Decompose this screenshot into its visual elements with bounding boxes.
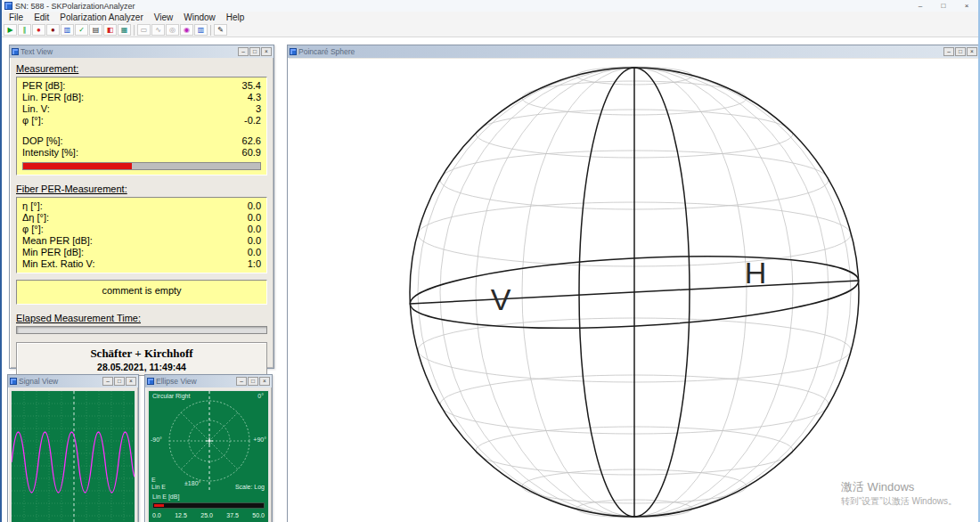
scale-tick: 50.0 bbox=[252, 512, 265, 518]
signal-plot bbox=[11, 390, 135, 522]
measurement-row: Lin. PER [dB]: 4.3 bbox=[22, 92, 261, 103]
measurement-label: Intensity [%]: bbox=[22, 147, 78, 159]
marker-button[interactable]: ◧ bbox=[103, 24, 117, 36]
intensity-bar bbox=[22, 162, 261, 170]
measurement-row: DOP [%]: 62.6 bbox=[22, 135, 261, 147]
measurement-label: PER [dB]: bbox=[22, 80, 65, 92]
app-icon bbox=[4, 2, 12, 10]
measurement-row: Lin. V: 3 bbox=[22, 103, 261, 115]
text-view-button[interactable]: ▭ bbox=[137, 24, 151, 36]
v-state-label: V bbox=[491, 282, 511, 316]
menu-file[interactable]: File bbox=[4, 12, 29, 23]
ellipse-view-close-button[interactable]: × bbox=[259, 377, 270, 386]
measurement-datetime: 28.05.2021, 11:49:44 bbox=[17, 362, 266, 372]
menu-view[interactable]: View bbox=[149, 12, 179, 23]
poincare-body: V H bbox=[289, 59, 978, 522]
fiber-label: η [°]: bbox=[22, 200, 43, 212]
menu-window[interactable]: Window bbox=[178, 12, 221, 23]
stop-button[interactable]: ● bbox=[46, 24, 60, 36]
angle-left-label: -90° bbox=[151, 436, 162, 443]
watermark-line1: 激活 Windows bbox=[841, 479, 957, 495]
mdi-area: Text View – □ × Measurement: PER [dB]: 3… bbox=[2, 37, 978, 522]
minimize-button[interactable]: – bbox=[909, 0, 932, 12]
signal-view-button[interactable]: ∿ bbox=[151, 24, 165, 36]
elapsed-time-bar bbox=[16, 326, 267, 334]
measurement-label: Lin. V: bbox=[22, 103, 50, 115]
poincare-window-icon bbox=[290, 48, 297, 55]
calibrate-button[interactable]: ✓ bbox=[75, 24, 88, 36]
poincare-minimize-button[interactable]: – bbox=[943, 47, 954, 56]
poincare-view-button[interactable]: ◉ bbox=[180, 24, 193, 36]
comment-box: comment is empty bbox=[16, 280, 267, 305]
poincare-close-button[interactable]: × bbox=[967, 47, 977, 56]
elapsed-time-label: Elapsed Measurement Time: bbox=[16, 313, 267, 323]
fiber-value: 0.0 bbox=[248, 224, 261, 235]
menu-bar: File Edit Polarization Analyzer View Win… bbox=[2, 12, 978, 23]
measurement-value: 3 bbox=[256, 103, 261, 115]
ellipse-view-titlebar[interactable]: Ellipse View – □ × bbox=[145, 375, 272, 387]
fiber-row: Δη [°]: 0.0 bbox=[22, 212, 261, 224]
signal-view-restore-button[interactable]: □ bbox=[114, 377, 125, 386]
lin-e-db-label: Lin E [dB] bbox=[152, 493, 179, 500]
angle-top-label: 0° bbox=[257, 393, 264, 399]
ellipse-plot: Circular Right 0° -90° +90° ±180° E Lin … bbox=[148, 390, 269, 522]
ellipse-view-button[interactable]: ◎ bbox=[166, 24, 179, 36]
e-axis-label: E bbox=[151, 477, 156, 483]
text-view-close-button[interactable]: × bbox=[261, 47, 272, 56]
ellipse-view-title: Ellipse View bbox=[156, 377, 234, 386]
fiber-row: Min PER [dB]: 0.0 bbox=[22, 247, 261, 258]
toolbar-separator bbox=[210, 25, 211, 36]
start-button[interactable]: ▶ bbox=[4, 24, 17, 36]
menu-edit[interactable]: Edit bbox=[29, 12, 54, 23]
grid-button[interactable]: ▦ bbox=[118, 24, 131, 36]
text-view-body: Measurement: PER [dB]: 35.4 Lin. PER [dB… bbox=[10, 58, 274, 376]
fiber-value: 1:0 bbox=[248, 258, 261, 270]
poincare-sphere-canvas[interactable]: V H bbox=[289, 59, 978, 522]
ellipse-view-minimize-button[interactable]: – bbox=[236, 377, 247, 386]
connect-button[interactable]: ✎ bbox=[214, 24, 227, 36]
ellipse-view-window-icon bbox=[147, 378, 154, 385]
fiber-row: φ [°]: 0.0 bbox=[22, 224, 261, 235]
signal-view-titlebar[interactable]: Signal View – □ × bbox=[8, 375, 138, 387]
poincare-restore-button[interactable]: □ bbox=[955, 47, 966, 56]
ellipse-polar-grid bbox=[149, 391, 269, 491]
signal-view-close-button[interactable]: × bbox=[126, 377, 136, 386]
main-titlebar[interactable]: SN: 588 - SKPolarizationAnalyzer – □ × bbox=[2, 0, 978, 12]
signal-view-window: Signal View – □ × bbox=[7, 374, 139, 522]
text-view-restore-button[interactable]: □ bbox=[249, 47, 260, 56]
text-view-window: Text View – □ × Measurement: PER [dB]: 3… bbox=[9, 45, 274, 369]
text-view-titlebar[interactable]: Text View – □ × bbox=[10, 45, 274, 58]
fiber-row: η [°]: 0.0 bbox=[22, 200, 261, 212]
text-view-title: Text View bbox=[20, 47, 236, 56]
poincare-title: Poincaré Sphere bbox=[298, 47, 942, 56]
poincare-titlebar[interactable]: Poincaré Sphere – □ × bbox=[288, 45, 978, 58]
toolbar: ▶ ∥ ● ● ▥ ✓ ▤ ◧ ▦ ▭ ∿ ◎ ◉ ▥ ✎ bbox=[2, 23, 978, 37]
fiber-row: Min Ext. Ratio V: 1:0 bbox=[22, 258, 261, 270]
scale-tick: 37.5 bbox=[226, 512, 239, 518]
menu-help[interactable]: Help bbox=[221, 12, 250, 23]
signal-view-window-icon bbox=[10, 378, 17, 385]
fiber-label: Min PER [dB]: bbox=[22, 247, 84, 258]
bar-view-button[interactable]: ▥ bbox=[194, 24, 208, 36]
fiber-value: 0.0 bbox=[248, 200, 261, 212]
maximize-button[interactable]: □ bbox=[932, 0, 955, 12]
measurement-row: PER [dB]: 35.4 bbox=[22, 80, 261, 92]
brand-box: Schäfter + Kirchhoff 28.05.2021, 11:49:4… bbox=[16, 342, 267, 376]
scope-button[interactable]: ▥ bbox=[61, 24, 74, 36]
fiber-panel: η [°]: 0.0 Δη [°]: 0.0 φ [°]: 0.0 Mean P… bbox=[16, 197, 267, 273]
text-view-minimize-button[interactable]: – bbox=[238, 47, 249, 56]
polarization-state-label: Circular Right bbox=[152, 393, 190, 399]
text-view-window-icon bbox=[12, 48, 19, 55]
fiber-value: 0.0 bbox=[248, 212, 261, 224]
signal-view-minimize-button[interactable]: – bbox=[102, 377, 113, 386]
brand-name: Schäfter + Kirchhoff bbox=[17, 347, 266, 361]
ellipse-view-restore-button[interactable]: □ bbox=[248, 377, 258, 386]
pause-button[interactable]: ∥ bbox=[18, 24, 31, 36]
record-button[interactable]: ● bbox=[32, 24, 45, 36]
menu-polarization-analyzer[interactable]: Polarization Analyzer bbox=[54, 12, 148, 23]
close-button[interactable]: × bbox=[955, 0, 978, 12]
log-button[interactable]: ▤ bbox=[89, 24, 102, 36]
fiber-label: φ [°]: bbox=[22, 224, 44, 235]
measurement-value: 60.9 bbox=[242, 147, 261, 159]
measurement-value: 4.3 bbox=[248, 92, 261, 103]
